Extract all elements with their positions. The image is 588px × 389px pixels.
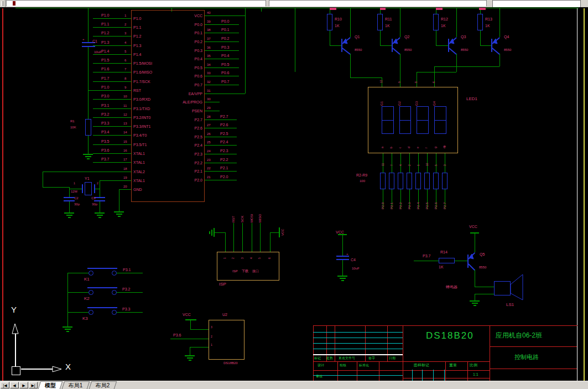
toolbar-gripper[interactable] — [0, 0, 6, 7]
tab-layout2[interactable]: 布局2 — [89, 381, 116, 389]
drawing-canvas[interactable]: P1.0P1.1P1.2P1.3P1.4P1.5P1.6P1.7P1.0P3.0… — [0, 7, 588, 381]
speaker-horn — [511, 274, 523, 300]
toolbar-combo[interactable] — [492, 0, 581, 8]
tab-model[interactable]: 模型 — [38, 381, 63, 389]
tab-layout1[interactable]: 布局1 — [62, 381, 90, 389]
tab-nav-previous-button[interactable]: ◀ — [10, 382, 19, 388]
schematic-polygons — [0, 7, 588, 381]
ucs-arrowhead — [12, 324, 18, 334]
ucs-arrowhead — [53, 366, 61, 372]
transistor-arrow — [469, 254, 473, 259]
transistor-arrow — [450, 39, 454, 44]
tab-nav-first-button[interactable]: |◀ — [1, 382, 9, 388]
toolbar-red-mark — [13, 1, 15, 6]
toolbar-field-left[interactable] — [6, 0, 266, 7]
tab-nav-next-button[interactable]: ▶ — [19, 382, 28, 388]
toolbar-field-middle[interactable] — [269, 0, 487, 7]
layout-tab-bar: |◀ ◀ ▶ ▶| 模型 布局1 布局2 — [0, 381, 588, 389]
toolbar — [0, 0, 588, 7]
transistor-arrow — [393, 39, 398, 44]
tab-nav-last-button[interactable]: ▶| — [29, 382, 38, 388]
transistor-arrow — [493, 39, 497, 44]
transistor-arrow — [343, 39, 347, 44]
